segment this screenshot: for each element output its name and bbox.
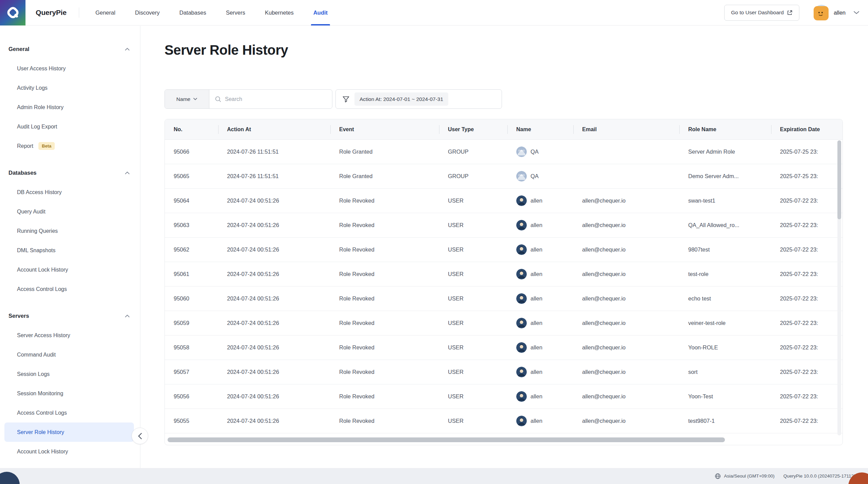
table-row[interactable]: 950662024-07-26 11:51:51Role GrantedGROU… bbox=[165, 140, 843, 164]
cell-event: Role Revoked bbox=[330, 238, 439, 262]
sidebar-collapse-button[interactable] bbox=[132, 428, 148, 444]
tab-general[interactable]: General bbox=[96, 0, 116, 25]
cell-email: allen@chequer.io bbox=[573, 409, 679, 433]
cell-email: allen@chequer.io bbox=[573, 213, 679, 237]
cell-event: Role Revoked bbox=[330, 287, 439, 311]
cell-action-at: 2024-07-24 00:51:26 bbox=[218, 409, 330, 433]
table-row[interactable]: 950622024-07-24 00:51:26Role RevokedUSER… bbox=[165, 238, 843, 262]
chevron-down-icon bbox=[193, 98, 197, 101]
table-row[interactable]: 950652024-07-26 11:51:51Role GrantedGROU… bbox=[165, 164, 843, 189]
tab-databases[interactable]: Databases bbox=[179, 0, 206, 25]
sidebar-item-server-access-history[interactable]: Server Access History bbox=[4, 326, 134, 345]
table-row[interactable]: 950642024-07-24 00:51:26Role RevokedUSER… bbox=[165, 189, 843, 213]
cell-email: allen@chequer.io bbox=[573, 384, 679, 409]
cell-user-type: USER bbox=[439, 335, 507, 360]
date-filter-value: Action At: 2024-07-01 ~ 2024-07-31 bbox=[354, 92, 448, 106]
cell-user-type: USER bbox=[439, 384, 507, 409]
cell-action-at: 2024-07-24 00:51:26 bbox=[218, 335, 330, 360]
group-avatar bbox=[516, 171, 531, 182]
cell-event: Role Revoked bbox=[330, 311, 439, 335]
cell-email: allen@chequer.io bbox=[573, 335, 679, 360]
cell-expiration-date: 2025-07-22 23: bbox=[771, 409, 843, 433]
search-field-dropdown[interactable]: Name bbox=[165, 90, 209, 108]
table-row[interactable]: 950562024-07-24 00:51:26Role RevokedUSER… bbox=[165, 384, 843, 409]
sidebar-item-query-audit[interactable]: Query Audit bbox=[4, 202, 134, 221]
sidebar-item-access-control-logs[interactable]: Access Control Logs bbox=[4, 279, 134, 299]
cell-no-: 95065 bbox=[165, 164, 218, 188]
sidebar-item-dml-snapshots[interactable]: DML Snapshots bbox=[4, 241, 134, 260]
go-to-user-dashboard-button[interactable]: Go to User Dashboard bbox=[724, 5, 799, 21]
dashboard-button-label: Go to User Dashboard bbox=[731, 10, 784, 16]
search-input[interactable] bbox=[225, 96, 327, 102]
sidebar-item-activity-logs[interactable]: Activity Logs bbox=[4, 78, 134, 98]
sidebar-item-report[interactable]: ReportBeta bbox=[4, 136, 134, 156]
cell-expiration-date: 2025-07-22 23: bbox=[771, 189, 843, 213]
table-row[interactable]: 950612024-07-24 00:51:26Role RevokedUSER… bbox=[165, 262, 843, 287]
cell-user-type: USER bbox=[439, 189, 507, 213]
avatar bbox=[814, 5, 829, 20]
table-row[interactable]: 950552024-07-24 00:51:26Role RevokedUSER… bbox=[165, 409, 843, 433]
sidebar-section-general[interactable]: General bbox=[0, 39, 140, 59]
user-avatar bbox=[516, 367, 531, 377]
sidebar-section-databases[interactable]: Databases bbox=[0, 163, 140, 183]
sidebar-item-account-lock-history[interactable]: Account Lock History bbox=[4, 442, 134, 461]
user-name-cell: allen bbox=[507, 311, 573, 335]
chevron-up-icon bbox=[125, 314, 130, 317]
cell-role-name: echo test bbox=[679, 287, 771, 311]
tab-discovery[interactable]: Discovery bbox=[135, 0, 159, 25]
cell-no-: 95056 bbox=[165, 384, 218, 409]
cell-email: allen@chequer.io bbox=[573, 311, 679, 335]
beta-badge: Beta bbox=[38, 142, 55, 150]
cell-role-name: sort bbox=[679, 360, 771, 384]
cell-no-: 95060 bbox=[165, 287, 218, 311]
sidebar-item-running-queries[interactable]: Running Queries bbox=[4, 221, 134, 241]
tab-servers[interactable]: Servers bbox=[226, 0, 245, 25]
status-bar: Asia/Seoul (GMT+09:00) QueryPie 10.0.0 (… bbox=[0, 468, 868, 484]
tab-audit[interactable]: Audit bbox=[313, 0, 328, 25]
sidebar-item-session-monitoring[interactable]: Session Monitoring bbox=[4, 384, 134, 403]
user-name-cell: allen bbox=[507, 409, 573, 433]
user-menu[interactable]: allen bbox=[814, 5, 860, 20]
table-row[interactable]: 950572024-07-24 00:51:26Role RevokedUSER… bbox=[165, 360, 843, 384]
cell-role-name: 9807test bbox=[679, 238, 771, 262]
vertical-scrollbar[interactable] bbox=[837, 140, 841, 219]
sidebar-item-command-audit[interactable]: Command Audit bbox=[4, 345, 134, 364]
cell-event: Role Revoked bbox=[330, 213, 439, 237]
cell-expiration-date: 2025-07-22 23: bbox=[771, 262, 843, 286]
sidebar-item-session-logs[interactable]: Session Logs bbox=[4, 364, 134, 384]
sidebar-item-db-access-history[interactable]: DB Access History bbox=[4, 183, 134, 202]
cell-role-name: Yoon-ROLE bbox=[679, 335, 771, 360]
table-row[interactable]: 950632024-07-24 00:51:26Role RevokedUSER… bbox=[165, 213, 843, 238]
sidebar-item-access-control-logs[interactable]: Access Control Logs bbox=[4, 403, 134, 422]
sidebar-item-user-access-history[interactable]: User Access History bbox=[4, 59, 134, 78]
cell-expiration-date: 2025-07-22 23: bbox=[771, 360, 843, 384]
cell-no-: 95064 bbox=[165, 189, 218, 213]
cell-no-: 95061 bbox=[165, 262, 218, 286]
sidebar-item-audit-log-export[interactable]: Audit Log Export bbox=[4, 117, 134, 136]
table-row[interactable]: 950602024-07-24 00:51:26Role RevokedUSER… bbox=[165, 287, 843, 311]
sidebar-item-server-role-history[interactable]: Server Role History bbox=[4, 422, 134, 442]
cell-email bbox=[573, 140, 679, 164]
horizontal-scrollbar[interactable] bbox=[168, 437, 725, 442]
cell-action-at: 2024-07-24 00:51:26 bbox=[218, 238, 330, 262]
cell-event: Role Revoked bbox=[330, 409, 439, 433]
user-avatar bbox=[516, 342, 531, 353]
column-header-name: Name bbox=[507, 119, 573, 139]
cell-expiration-date: 2025-07-22 23: bbox=[771, 213, 843, 237]
group-avatar bbox=[516, 146, 531, 157]
cell-event: Role Revoked bbox=[330, 360, 439, 384]
cell-no-: 95063 bbox=[165, 213, 218, 237]
sidebar-section-servers[interactable]: Servers bbox=[0, 306, 140, 326]
user-avatar bbox=[516, 318, 531, 328]
tab-kubernetes[interactable]: Kubernetes bbox=[265, 0, 294, 25]
user-name-cell: allen bbox=[507, 287, 573, 311]
column-header-email: Email bbox=[573, 119, 679, 139]
date-filter-button[interactable]: Action At: 2024-07-01 ~ 2024-07-31 bbox=[335, 89, 502, 109]
cell-no-: 95066 bbox=[165, 140, 218, 164]
table-row[interactable]: 950582024-07-24 00:51:26Role RevokedUSER… bbox=[165, 335, 843, 360]
table-row[interactable]: 950592024-07-24 00:51:26Role RevokedUSER… bbox=[165, 311, 843, 335]
sidebar-item-admin-role-history[interactable]: Admin Role History bbox=[4, 98, 134, 117]
cell-user-type: USER bbox=[439, 287, 507, 311]
external-link-icon bbox=[787, 10, 793, 16]
sidebar-item-account-lock-history[interactable]: Account Lock History bbox=[4, 260, 134, 279]
